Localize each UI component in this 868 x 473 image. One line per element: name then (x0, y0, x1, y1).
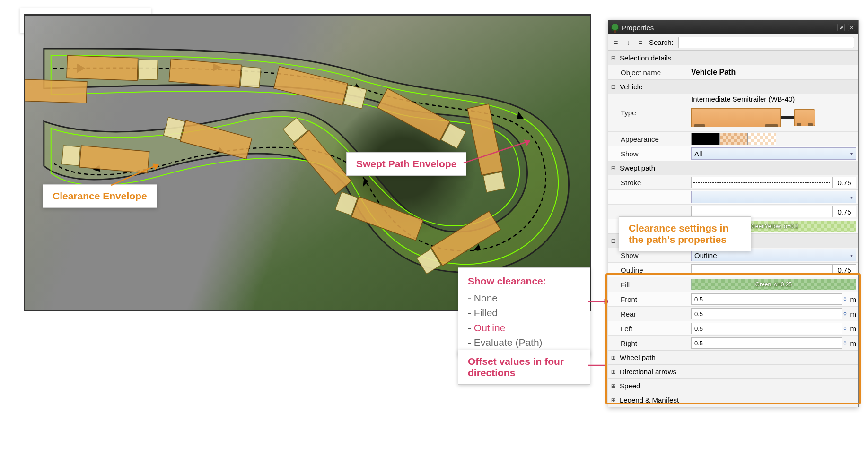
section-selection-details[interactable]: ⊟ Selection details (608, 51, 858, 65)
unit-m: m (849, 310, 857, 318)
clearance-opt-filled: Filled (474, 307, 498, 318)
label-vehicle-show: Show (608, 150, 691, 158)
label-clearance-show: Show (608, 251, 691, 259)
label-clearance-envelope: Clearance Envelope (43, 184, 157, 208)
input-clearance-right[interactable] (691, 337, 842, 349)
app-icon (611, 24, 619, 31)
properties-panel: Properties ⬈ ✕ ≡ ↓ ≡ Search: ⊟ Selection… (608, 20, 859, 407)
swept-extra-select[interactable] (691, 191, 856, 203)
expand-icon: ⊞ (611, 368, 618, 376)
vehicle-preview[interactable] (691, 105, 815, 130)
select-vehicle-show[interactable]: All (691, 147, 856, 160)
toolbar-list-icon[interactable]: ≡ (612, 39, 620, 46)
label-appearance: Appearance (608, 135, 691, 143)
clearance-outline-width[interactable]: 0.75 (833, 264, 856, 275)
section-wheel-path[interactable]: ⊞ Wheel path (608, 350, 858, 364)
callout-clearance-settings: Clearance settings in the path's propert… (619, 216, 751, 251)
input-clearance-front[interactable] (691, 293, 842, 305)
label-clearance-left: Left (608, 325, 691, 333)
callout-show-clearance: Show clearance: - None - Filled - Outlin… (458, 267, 590, 356)
label-vehicle-type: Type (608, 109, 691, 117)
toolbar-collapse-icon[interactable]: ≡ (637, 39, 644, 46)
expand-icon: ⊟ (611, 237, 618, 245)
section-swept-path[interactable]: ⊟ Swept path (608, 161, 858, 175)
clearance-outline-preview[interactable] (691, 264, 833, 275)
expand-icon: ⊞ (611, 396, 618, 404)
svg-rect-17 (483, 172, 505, 192)
vehicle-instance (67, 56, 158, 81)
section-legend-manifest[interactable]: ⊞ Legend & Manifest (608, 393, 858, 407)
input-clearance-rear[interactable] (691, 308, 842, 319)
unit-m: m (849, 325, 857, 333)
panel-titlebar[interactable]: Properties ⬈ ✕ (608, 20, 858, 34)
svg-rect-28 (25, 79, 87, 103)
vehicle-instance (25, 78, 87, 103)
expand-icon: ⊞ (611, 382, 618, 390)
clearance-opt-none: None (474, 292, 498, 303)
stepper-icon[interactable]: ◊ (842, 310, 849, 317)
clearance-opt-evaluate: Evaluate (Path) (474, 337, 543, 348)
label-swept-stroke: Stroke (608, 179, 691, 187)
panel-toolbar: ≡ ↓ ≡ Search: (608, 34, 858, 51)
expand-icon: ⊞ (611, 353, 618, 362)
value-object-name[interactable]: Vehicle Path (691, 68, 736, 77)
label-clearance-rear: Rear (608, 310, 691, 318)
stepper-icon[interactable]: ◊ (842, 340, 849, 346)
svg-rect-27 (62, 146, 80, 166)
search-label: Search: (649, 38, 674, 46)
label-clearance-fill: Fill (608, 281, 691, 289)
stepper-icon[interactable]: ◊ (842, 325, 849, 332)
swept-stroke-preview[interactable] (691, 177, 833, 188)
callout-offset-values: Offset values in four directions (458, 350, 590, 385)
section-vehicle[interactable]: ⊟ Vehicle (608, 79, 858, 94)
swatch-checker[interactable] (719, 133, 748, 145)
clearance-opt-outline: Outline (474, 322, 506, 333)
svg-rect-11 (240, 67, 261, 88)
swept-path-graphic (25, 16, 590, 311)
expand-icon: ⊟ (611, 54, 618, 62)
expand-icon: ⊟ (611, 83, 618, 91)
swept-outline-width[interactable]: 0.75 (833, 206, 856, 217)
pin-button[interactable]: ⬈ (837, 24, 845, 31)
expand-icon: ⊟ (611, 164, 618, 172)
clearance-fill-preview[interactable]: Green, α=0.25 (691, 279, 856, 290)
label-clearance-right: Right (608, 339, 691, 347)
search-input[interactable] (678, 37, 854, 48)
input-clearance-left[interactable] (691, 323, 842, 334)
label-clearance-front: Front (608, 295, 691, 303)
stepper-icon[interactable]: ◊ (842, 296, 849, 302)
swatch-black[interactable] (691, 133, 719, 145)
toolbar-sort-icon[interactable]: ↓ (624, 39, 632, 46)
swept-stroke-width[interactable]: 0.75 (833, 177, 856, 188)
callout-clearance-header: Show clearance: (468, 274, 580, 289)
svg-rect-9 (138, 60, 158, 80)
section-directional-arrows[interactable]: ⊞ Directional arrows (608, 364, 858, 378)
section-speed[interactable]: ⊞ Speed (608, 378, 858, 393)
appearance-swatches[interactable] (691, 133, 776, 145)
svg-rect-8 (67, 56, 138, 81)
swatch-light[interactable] (748, 133, 776, 145)
label-object-name: Object name (608, 69, 691, 77)
close-button[interactable]: ✕ (848, 24, 855, 31)
label-swept-path-envelope: Swept Path Envelope (346, 152, 466, 176)
map-viewport[interactable] (24, 14, 591, 311)
panel-title-text: Properties (622, 24, 654, 32)
swept-outline-preview[interactable] (691, 206, 833, 217)
label-clearance-outline: Outline (608, 266, 691, 274)
value-vehicle-type[interactable]: Intermediate Semitrailer (WB-40) (691, 95, 795, 103)
unit-m: m (849, 339, 857, 347)
unit-m: m (849, 295, 857, 303)
